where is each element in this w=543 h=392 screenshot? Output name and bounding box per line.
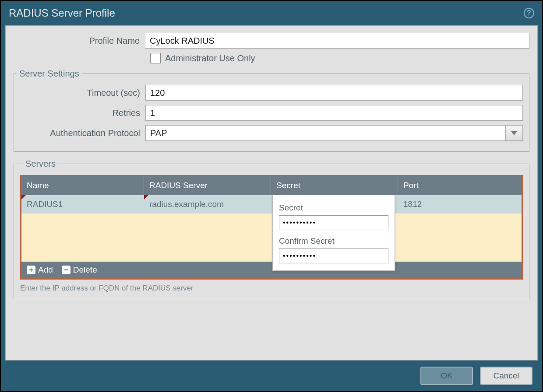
profile-name-label: Profile Name — [14, 36, 145, 46]
chevron-down-icon — [511, 131, 517, 135]
cell-port[interactable]: 1812 — [398, 195, 522, 214]
help-icon[interactable]: ? — [524, 8, 534, 18]
col-port-header[interactable]: Port — [398, 176, 522, 195]
servers-table-footer: + Add − Delete — [21, 262, 522, 278]
server-settings-legend: Server Settings — [17, 69, 82, 79]
admin-only-row: Administrator Use Only — [150, 53, 529, 63]
servers-table-header: Name RADIUS Server Secret Port — [21, 176, 522, 195]
servers-group: Servers Name RADIUS Server Secret Port R… — [14, 159, 529, 299]
auth-protocol-select[interactable]: PAP — [145, 125, 523, 141]
timeout-label: Timeout (sec) — [14, 88, 145, 98]
radius-server-profile-dialog: RADIUS Server Profile ? Profile Name Adm… — [0, 0, 543, 392]
admin-only-checkbox[interactable] — [150, 53, 161, 63]
cell-name[interactable]: RADIUS1 — [21, 195, 144, 214]
auth-protocol-label: Authentication Protocol — [14, 128, 145, 138]
retries-input[interactable] — [145, 105, 523, 121]
col-radius-server-header[interactable]: RADIUS Server — [144, 176, 271, 195]
delete-label: Delete — [73, 265, 97, 275]
timeout-row: Timeout (sec) — [14, 85, 523, 101]
timeout-input[interactable] — [145, 85, 523, 101]
dialog-footer: OK Cancel — [1, 360, 542, 391]
add-button[interactable]: + Add — [27, 265, 53, 275]
auth-protocol-row: Authentication Protocol PAP — [14, 125, 523, 141]
table-row[interactable]: RADIUS1 radius.example.com 1812 — [21, 195, 522, 214]
servers-legend: Servers — [23, 159, 58, 169]
dialog-title: RADIUS Server Profile — [9, 7, 115, 19]
minus-icon: − — [62, 266, 71, 274]
auth-protocol-value: PAP — [145, 125, 505, 141]
auth-protocol-dropdown-button[interactable] — [505, 125, 523, 141]
secret-editor-popup: Secret Confirm Secret — [272, 195, 395, 271]
col-name-header[interactable]: Name — [21, 176, 144, 195]
secret-input[interactable] — [279, 215, 388, 230]
delete-button[interactable]: − Delete — [62, 265, 97, 275]
server-settings-group: Server Settings Timeout (sec) Retries Au… — [14, 69, 529, 152]
servers-table: Name RADIUS Server Secret Port RADIUS1 r… — [20, 175, 523, 280]
retries-label: Retries — [14, 108, 145, 118]
retries-row: Retries — [14, 105, 523, 121]
add-label: Add — [38, 265, 53, 275]
dialog-body: Profile Name Administrator Use Only Serv… — [5, 25, 538, 360]
confirm-secret-label: Confirm Secret — [279, 236, 388, 246]
dialog-titlebar: RADIUS Server Profile ? — [1, 1, 542, 25]
cancel-button[interactable]: Cancel — [480, 367, 532, 385]
confirm-secret-input[interactable] — [279, 248, 388, 263]
servers-hint: Enter the IP address or FQDN of the RADI… — [20, 284, 523, 293]
secret-label: Secret — [279, 203, 388, 213]
profile-name-input[interactable] — [145, 33, 529, 49]
ok-button[interactable]: OK — [420, 367, 473, 385]
table-empty-area — [21, 214, 522, 262]
col-secret-header[interactable]: Secret — [271, 176, 398, 195]
admin-only-label: Administrator Use Only — [165, 53, 255, 63]
profile-name-row: Profile Name — [14, 33, 529, 49]
cell-radius-server[interactable]: radius.example.com — [144, 195, 271, 214]
plus-icon: + — [27, 266, 35, 274]
